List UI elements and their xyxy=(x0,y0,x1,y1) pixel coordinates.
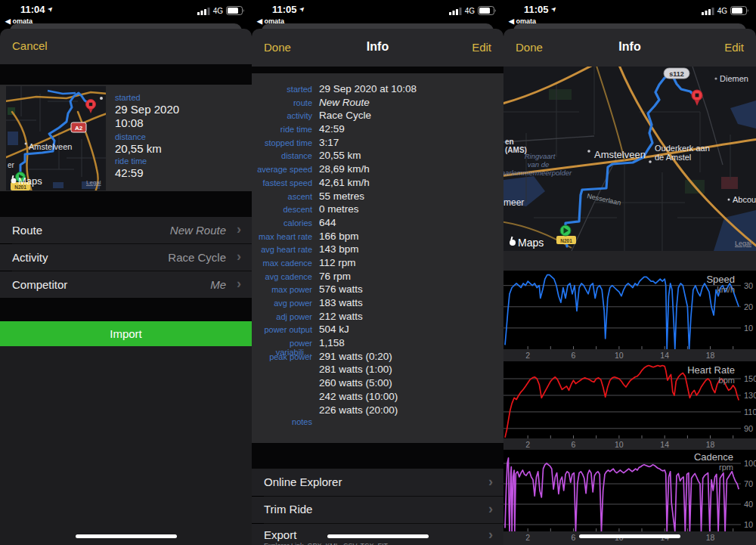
info-row: notes xyxy=(252,417,503,431)
x-tick-label: 14 xyxy=(657,351,672,360)
chevron-right-icon: › xyxy=(488,474,493,490)
chart-gap-band xyxy=(503,251,756,271)
info-row-value: 576 watts xyxy=(319,283,363,295)
info-row: ascent55 metres xyxy=(252,190,503,204)
hr-x-axis: 26101418 xyxy=(503,438,756,450)
svg-text:Haarlemmermeerpolder: Haarlemmermeerpolder xyxy=(503,169,572,177)
map-label-ouderkerk-2: de Amstel xyxy=(655,153,691,162)
info-row: avg cadence76 rpm xyxy=(252,271,503,284)
competitor-row[interactable]: Competitor Me › xyxy=(0,271,252,298)
info-row-label: max heart rate xyxy=(252,232,312,241)
map-label-diemen: Diemen xyxy=(720,74,748,83)
status-time: 11:04 xyxy=(20,4,45,15)
cadence-chart[interactable]: 100704010 Cadence rpm xyxy=(503,450,756,531)
y-tick-label: 110 xyxy=(744,407,756,416)
distance-label: distance xyxy=(115,132,146,141)
home-indicator[interactable] xyxy=(327,534,429,538)
info-row: 242 watts (10:00) xyxy=(252,391,503,404)
map-legal-link[interactable]: Legal xyxy=(86,179,101,186)
activity-row[interactable]: Activity Race Cycle › xyxy=(0,244,252,271)
workout-map-thumbnail[interactable]: A2 Amstelveen er N201 Maps Legal xyxy=(6,86,106,190)
info-row: activityRace Cycle xyxy=(252,110,503,123)
info-row-value: 291 watts (0:20) xyxy=(319,351,392,362)
map-label-meer: meer xyxy=(503,197,524,208)
x-tick-label: 6 xyxy=(566,351,581,360)
info-row-value: 29 Sep 2020 at 10:08 xyxy=(319,83,417,94)
info-navbar: Done Info Edit xyxy=(252,29,503,67)
map-legal-link[interactable]: Legal xyxy=(735,240,751,247)
status-icons: 4G xyxy=(197,6,245,15)
info-row-label: started xyxy=(252,85,312,94)
info-row-label: fastest speed xyxy=(252,178,312,187)
info-navbar: Done Info Edit xyxy=(503,29,756,67)
info-row-label: adj power xyxy=(252,312,312,321)
heart-rate-series-line xyxy=(505,366,739,438)
info-row: max power576 watts xyxy=(252,283,503,297)
x-tick-label: 2 xyxy=(520,533,535,542)
info-row: 226 watts (20:00) xyxy=(252,404,503,418)
svg-text:s112: s112 xyxy=(669,70,684,78)
y-tick-label: 10 xyxy=(744,520,753,529)
spacer xyxy=(252,67,503,73)
info-row-label: distance xyxy=(252,151,312,160)
spacer xyxy=(0,191,252,217)
ride-map[interactable]: s112 Diemen en (AMS) Ringvaart van de Ha… xyxy=(503,67,756,251)
map-label-city: Amstelveen xyxy=(29,142,72,151)
screenshot-canvas: 11:04 ➤ ◀ omata 4G Cancel Workout Path xyxy=(0,0,756,545)
panel-ride-map-charts: 11:05 ➤ ◀ omata 4G Done Info Edit xyxy=(503,0,756,545)
info-row: 281 watts (1:00) xyxy=(252,364,503,377)
battery-icon xyxy=(226,6,245,15)
activity-row-value: Race Cycle xyxy=(168,251,226,264)
info-row: avg power183 watts xyxy=(252,297,503,311)
map-label-ouderkerk-1: Ouderkerk aan xyxy=(655,144,710,153)
online-explorer-row[interactable]: Online Explorer › xyxy=(252,469,503,496)
page-title: Info xyxy=(503,40,756,54)
info-row: fastest speed42,61 km/h xyxy=(252,177,503,190)
location-arrow-icon: ➤ xyxy=(550,5,559,14)
info-row: max heart rate166 bpm xyxy=(252,231,503,244)
svg-text:N201: N201 xyxy=(560,238,572,243)
started-time: 10:08 xyxy=(115,116,144,129)
info-row-value: 28,69 km/h xyxy=(319,163,370,175)
svg-text:A2: A2 xyxy=(75,125,83,132)
info-row: calories644 xyxy=(252,217,503,231)
battery-icon xyxy=(730,6,749,15)
export-label: Export xyxy=(264,528,296,541)
info-row: started29 Sep 2020 at 10:08 xyxy=(252,83,503,97)
chevron-right-icon: › xyxy=(488,527,493,543)
y-tick-label: 40 xyxy=(744,500,753,509)
home-indicator[interactable] xyxy=(579,534,680,538)
cancel-button[interactable]: Cancel xyxy=(12,39,48,52)
export-subtitle: Explorer Link, GPX, KML, CSV, TCX, FIT xyxy=(264,542,388,545)
edit-button[interactable]: Edit xyxy=(472,41,491,54)
info-row-label: power output xyxy=(252,325,312,334)
x-tick-label: 10 xyxy=(612,351,627,360)
network-type-label: 4G xyxy=(465,7,475,15)
edit-button[interactable]: Edit xyxy=(724,41,744,54)
speed-chart-title: Speed xyxy=(706,274,735,285)
x-tick-label: 14 xyxy=(657,440,672,449)
info-row-label: calories xyxy=(252,218,312,228)
info-row: routeNew Route xyxy=(252,97,503,110)
speed-chart[interactable]: 302010 Speed km/h xyxy=(503,271,756,349)
info-row-label: average speed xyxy=(252,165,312,174)
activity-row-label: Activity xyxy=(12,251,48,264)
signal-bars-icon xyxy=(702,7,714,15)
trim-ride-row[interactable]: Trim Ride › xyxy=(252,497,503,523)
info-row-label: notes xyxy=(252,417,312,426)
info-row-value: 242 watts (10:00) xyxy=(319,391,398,402)
info-row: power output504 kJ xyxy=(252,324,503,337)
info-row-value: 0 metres xyxy=(319,203,359,215)
info-row: avg heart rate143 bpm xyxy=(252,243,503,257)
home-indicator[interactable] xyxy=(76,534,177,538)
y-tick-label: 130 xyxy=(744,391,756,400)
import-button[interactable]: Import xyxy=(0,321,252,346)
route-row[interactable]: Route New Route › xyxy=(0,217,252,243)
heart-rate-chart[interactable]: 15013011090 Heart Rate bpm xyxy=(503,361,756,438)
x-tick-label: 18 xyxy=(703,440,718,449)
info-row: power variabili…1,158 xyxy=(252,337,503,351)
map-label-ams: (AMS) xyxy=(505,146,527,154)
info-row-value: 183 watts xyxy=(319,297,363,308)
route-row-label: Route xyxy=(12,224,42,237)
info-row-value: 644 xyxy=(319,217,336,228)
